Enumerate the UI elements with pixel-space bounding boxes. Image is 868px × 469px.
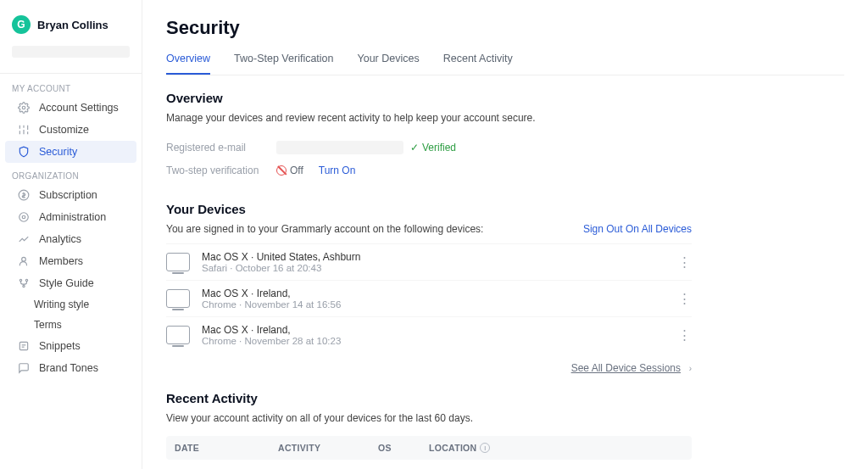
svg-rect-14 (19, 342, 27, 349)
chart-icon (17, 232, 31, 246)
branch-icon (17, 276, 31, 290)
verified-label: Verified (422, 142, 456, 154)
tab-two-step[interactable]: Two-Step Verification (234, 47, 333, 75)
devices-heading: Your Devices (166, 202, 692, 216)
verified-badge: ✓ Verified (410, 142, 456, 154)
sidebar-item-style-guide[interactable]: Style Guide (5, 272, 136, 294)
laptop-icon (166, 326, 190, 344)
info-icon[interactable]: i (480, 443, 490, 453)
activity-heading: Recent Activity (166, 391, 692, 405)
divider (0, 73, 142, 74)
sidebar-item-label: Subscription (39, 189, 97, 201)
device-title: Mac OS X · Ireland, (202, 324, 676, 336)
devices-section: Your Devices You are signed in to your G… (166, 202, 692, 374)
sidebar-item-label: Account Settings (39, 102, 119, 114)
gear-icon (17, 101, 31, 114)
sidebar-item-label: Administration (39, 211, 106, 223)
device-title: Mac OS X · United States, Ashburn (202, 251, 676, 263)
overview-heading: Overview (166, 91, 692, 105)
sidebar-item-members[interactable]: Members (5, 250, 136, 272)
see-all-link[interactable]: See All Device Sessions (571, 362, 681, 374)
sidebar-subitem-terms[interactable]: Terms (0, 315, 142, 335)
sidebar-item-analytics[interactable]: Analytics (5, 228, 136, 250)
sidebar-item-brand-tones[interactable]: Brand Tones (5, 357, 136, 379)
off-icon (276, 165, 287, 176)
device-sub: Chrome · November 14 at 16:56 (202, 299, 676, 310)
sliders-icon (17, 123, 31, 137)
device-text: Mac OS X · Ireland, Chrome · November 14… (202, 288, 676, 310)
user-name: Bryan Collins (37, 19, 108, 31)
sidebar-item-label: Analytics (39, 233, 81, 245)
user-icon (17, 254, 31, 268)
laptop-icon (166, 289, 190, 308)
tabs: Overview Two-Step Verification Your Devi… (166, 47, 844, 75)
user-block: G Bryan Collins (0, 15, 142, 42)
overview-desc: Manage your devices and review recent ac… (166, 112, 692, 124)
svg-point-12 (25, 279, 27, 281)
activity-table: DATE ACTIVITY OS LOCATION i September 12… (166, 436, 692, 469)
svg-point-9 (19, 213, 29, 222)
sidebar-item-account-settings[interactable]: Account Settings (5, 97, 136, 119)
sidebar-item-label: Snippets (39, 340, 81, 352)
device-row: Mac OS X · Ireland, Chrome · November 14… (166, 280, 692, 316)
device-menu-button[interactable]: ⋮ (676, 327, 692, 343)
activity-desc: View your account activity on all of you… (166, 412, 692, 424)
sidebar: G Bryan Collins MY ACCOUNT Account Setti… (0, 0, 142, 469)
svg-point-10 (22, 257, 26, 261)
tab-recent-activity[interactable]: Recent Activity (443, 47, 513, 75)
sidebar-item-label: Customize (39, 124, 89, 136)
device-row: Mac OS X · Ireland, Chrome · November 28… (166, 316, 692, 353)
sign-out-all-link[interactable]: Sign Out On All Devices (583, 223, 692, 235)
device-sub: Chrome · November 28 at 10:23 (202, 336, 676, 346)
shield-icon (17, 145, 31, 159)
sidebar-section-account: MY ACCOUNT (0, 82, 142, 97)
tab-overview[interactable]: Overview (166, 47, 210, 75)
laptop-icon (166, 253, 190, 271)
sidebar-item-security[interactable]: Security (5, 141, 136, 163)
off-label: Off (290, 165, 303, 176)
device-sub: Safari · October 16 at 20:43 (202, 263, 676, 273)
sidebar-item-customize[interactable]: Customize (5, 119, 136, 141)
svg-point-11 (19, 279, 21, 281)
svg-point-13 (23, 285, 25, 287)
col-location-header: LOCATION i (429, 443, 531, 453)
check-icon: ✓ (410, 142, 419, 154)
chevron-right-icon: › (689, 364, 692, 373)
main-content: Security Overview Two-Step Verification … (142, 0, 868, 469)
registered-email-redacted (276, 141, 403, 154)
registered-email-row: Registered e-mail ✓ Verified (166, 136, 692, 159)
device-text: Mac OS X · Ireland, Chrome · November 28… (202, 324, 676, 346)
activity-section: Recent Activity View your account activi… (166, 391, 692, 469)
sidebar-subitem-writing-style[interactable]: Writing style (0, 294, 142, 315)
col-activity-header: ACTIVITY (278, 443, 378, 453)
devices-desc: You are signed in to your Grammarly acco… (166, 223, 483, 235)
device-title: Mac OS X · Ireland, (202, 288, 676, 299)
turn-on-link[interactable]: Turn On (319, 165, 356, 176)
activity-table-head: DATE ACTIVITY OS LOCATION i (166, 436, 692, 460)
sidebar-item-snippets[interactable]: Snippets (5, 335, 136, 357)
sidebar-item-label: Style Guide (39, 277, 94, 289)
device-text: Mac OS X · United States, Ashburn Safari… (202, 251, 676, 273)
svg-point-8 (22, 215, 25, 219)
device-row: Mac OS X · United States, Ashburn Safari… (166, 243, 692, 280)
col-os-header: OS (378, 443, 429, 453)
user-email-redacted (12, 46, 130, 58)
col-date-header: DATE (175, 443, 278, 453)
devices-header: You are signed in to your Grammarly acco… (166, 223, 692, 235)
tab-devices[interactable]: Your Devices (358, 47, 420, 75)
two-step-label: Two-step verification (166, 165, 276, 176)
overview-section: Overview Manage your devices and review … (166, 91, 692, 181)
sidebar-item-label: Security (39, 146, 77, 158)
avatar: G (12, 15, 31, 34)
tone-icon (17, 361, 31, 375)
col-location-label: LOCATION (429, 443, 476, 453)
two-step-row: Two-step verification Off Turn On (166, 159, 692, 181)
device-menu-button[interactable]: ⋮ (676, 254, 692, 270)
page-title: Security (166, 17, 844, 39)
sidebar-item-administration[interactable]: Administration (5, 206, 136, 228)
sidebar-item-subscription[interactable]: Subscription (5, 184, 136, 206)
two-step-status: Off (276, 165, 303, 176)
device-menu-button[interactable]: ⋮ (676, 291, 692, 306)
dollar-icon (17, 188, 31, 202)
sidebar-item-label: Members (39, 255, 83, 267)
